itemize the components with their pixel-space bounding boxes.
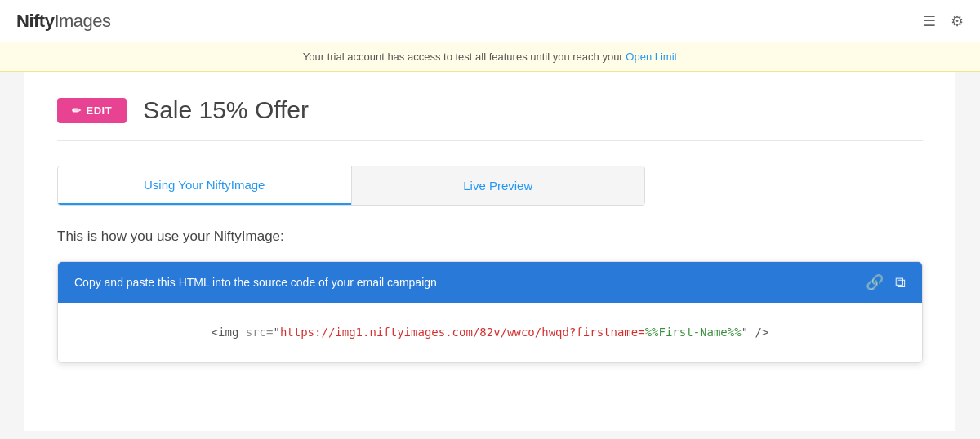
tab-preview-label: Live Preview: [463, 179, 532, 193]
tabs-container: Using Your NiftyImage Live Preview: [57, 166, 645, 206]
edit-button[interactable]: ✏ EDIT: [57, 98, 127, 123]
header: NiftyImages ☰ ⚙: [0, 0, 980, 42]
code-header: Copy and paste this HTML into the source…: [58, 262, 922, 303]
code-tag-open: <img: [212, 326, 246, 339]
app-logo: NiftyImages: [16, 11, 111, 32]
pencil-icon: ✏: [72, 104, 82, 117]
code-tag-close: />: [748, 326, 768, 339]
main-content: ✏ EDIT Sale 15% Offer Using Your NiftyIm…: [24, 72, 956, 431]
code-body: <img src="https://img1.niftyimages.com/8…: [58, 303, 922, 362]
code-url-base: https://img1.niftyimages.com/82v/wwco/hw…: [280, 326, 645, 339]
link-icon[interactable]: 🔗: [866, 273, 884, 291]
page-title: Sale 15% Offer: [143, 96, 309, 124]
copy-icon[interactable]: ⧉: [895, 274, 906, 291]
code-header-text: Copy and paste this HTML into the source…: [74, 276, 437, 289]
code-quote-open: ": [273, 326, 279, 339]
tab-using-label: Using Your NiftyImage: [144, 178, 265, 192]
code-header-icons: 🔗 ⧉: [866, 273, 906, 291]
trial-banner: Your trial account has access to test al…: [0, 42, 980, 72]
tab-using-niftyimage[interactable]: Using Your NiftyImage: [58, 166, 351, 205]
open-limit-link[interactable]: Open Limit: [626, 51, 677, 63]
settings-icon[interactable]: ⚙: [951, 12, 964, 30]
code-quote-close: ": [742, 326, 748, 339]
code-param: %%First-Name%%: [645, 326, 742, 339]
title-row: ✏ EDIT Sale 15% Offer: [57, 96, 923, 141]
code-attr-src: src=: [246, 326, 274, 339]
banner-text: Your trial account has access to test al…: [303, 51, 626, 63]
code-line: <img src="https://img1.niftyimages.com/8…: [212, 326, 769, 339]
logo-bold: Nifty: [16, 11, 54, 31]
header-icons: ☰ ⚙: [923, 12, 964, 30]
logo-light: Images: [54, 11, 110, 31]
tab-live-preview[interactable]: Live Preview: [352, 166, 645, 205]
edit-label: EDIT: [87, 104, 113, 117]
menu-icon[interactable]: ☰: [923, 12, 936, 30]
description-text: This is how you use your NiftyImage:: [57, 228, 923, 245]
code-container: Copy and paste this HTML into the source…: [57, 261, 923, 363]
